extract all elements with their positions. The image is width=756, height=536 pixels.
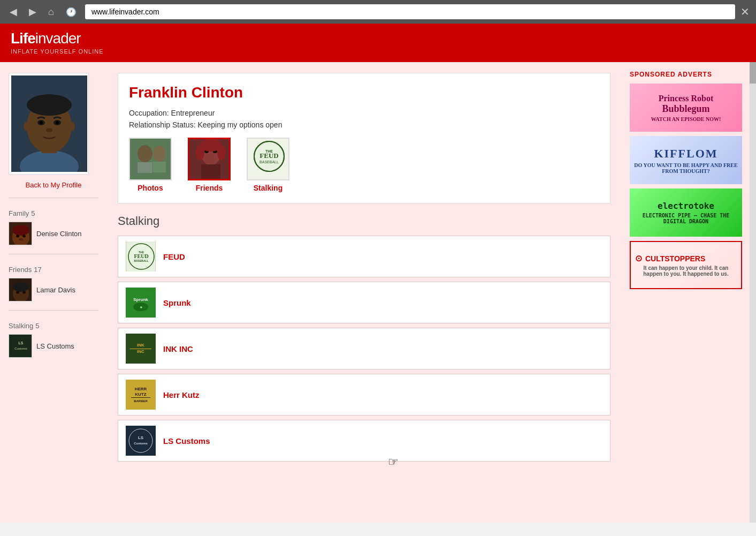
tab-stalking[interactable]: THE FEUD BASEBALL Stalking <box>247 138 289 192</box>
profile-card: Franklin Clinton Occupation: Entrepreneu… <box>118 73 610 203</box>
ad-electrotoke-main: electrotoke <box>630 201 742 211</box>
left-sidebar: Back to My Profile Family 5 <box>0 62 107 523</box>
sidebar-divider-2 <box>9 254 98 254</box>
stalking-title: Stalking <box>118 214 610 228</box>
site-logo: Lifeinvader <box>11 30 745 47</box>
ad-kifflom-main: KIFFLOM <box>630 147 742 161</box>
stalk-item-herr[interactable]: HERR KUTZ BARBER Herr Kutz <box>118 374 610 416</box>
ad-cultstoppers-main: CULTSTOPPERS <box>645 254 705 263</box>
ad-electrotoke[interactable]: electrotoke ELECTRONIC PIPE — CHASE THE … <box>630 188 742 237</box>
ad-princess-sub: WATCH AN EPISODE NOW! <box>651 116 721 122</box>
cultstoppers-icon: ⊙ <box>635 253 642 263</box>
svg-point-7 <box>40 121 43 124</box>
svg-point-29 <box>153 146 166 162</box>
tab-photos[interactable]: Photos <box>129 138 172 192</box>
stalk-name-feud: FEUD <box>163 252 185 261</box>
ad-cultstoppers[interactable]: ⊙ CULTSTOPPERS It can happen to your chi… <box>630 241 742 289</box>
photos-thumb-svg <box>130 138 171 180</box>
stalking-thumb-svg: THE FEUD BASEBALL <box>248 138 288 180</box>
lscustoms-avatar-svg: LS Customs <box>9 335 32 358</box>
stalk-name-sprunk: Sprunk <box>163 298 191 307</box>
svg-point-27 <box>138 145 152 162</box>
svg-rect-23 <box>9 335 32 358</box>
site-tagline: INFLATE YOURSELF ONLINE <box>11 48 745 55</box>
friends-member-name: Lamar Davis <box>36 286 75 294</box>
svg-point-11 <box>68 122 75 131</box>
svg-point-10 <box>24 122 30 131</box>
sprunk-logo-svg: Sprunk ★ <box>126 288 156 318</box>
stalk-item-feud[interactable]: THE FEUD BASEBALL FEUD <box>118 236 610 277</box>
svg-text:HERR: HERR <box>135 387 147 391</box>
svg-point-21 <box>16 291 19 294</box>
scrollbar[interactable] <box>750 62 756 523</box>
sprunk-logo: Sprunk ★ <box>126 288 156 318</box>
svg-rect-28 <box>138 162 152 173</box>
ads-title: SPONSORED ADVERTS <box>630 71 741 78</box>
sidebar-family-section: Family 5 Denise Clinton <box>9 209 98 245</box>
svg-point-9 <box>46 128 52 132</box>
scrollbar-thumb[interactable] <box>750 62 756 84</box>
main-content: Franklin Clinton Occupation: Entrepreneu… <box>107 62 621 523</box>
svg-point-64 <box>129 429 152 452</box>
close-button[interactable]: ✕ <box>740 5 750 18</box>
herr-logo-svg: HERR KUTZ BARBER <box>126 380 156 410</box>
stalking-tab-label: Stalking <box>254 184 282 192</box>
svg-text:BASEBALL: BASEBALL <box>259 160 279 164</box>
main-layout: Back to My Profile Family 5 <box>0 62 756 523</box>
back-button[interactable]: ◀ <box>6 5 20 19</box>
svg-text:FEUD: FEUD <box>259 152 278 160</box>
herr-logo: HERR KUTZ BARBER <box>126 380 156 410</box>
sidebar-friends-section: Friends 17 Lamar Davis <box>9 265 98 301</box>
svg-rect-30 <box>153 162 166 172</box>
svg-text:INC: INC <box>137 349 144 354</box>
stalk-item-sprunk[interactable]: Sprunk ★ Sprunk <box>118 282 610 323</box>
history-button[interactable]: 🕐 <box>63 6 80 18</box>
ad-kifflom-sub: DO YOU WANT TO BE HAPPY AND FREE FROM TH… <box>630 162 742 174</box>
svg-text:INK: INK <box>137 343 144 348</box>
address-bar[interactable] <box>85 4 735 19</box>
stalking-section-title: Stalking 5 <box>9 321 98 330</box>
stalk-item-lsc[interactable]: LS Customs LS Customs <box>118 420 610 462</box>
lscustoms-avatar: LS Customs <box>9 334 32 358</box>
denise-avatar <box>9 222 32 245</box>
friends-member-item[interactable]: Lamar Davis <box>9 278 98 301</box>
svg-point-22 <box>22 291 26 294</box>
sidebar-divider-1 <box>9 198 98 198</box>
svg-point-14 <box>12 225 29 236</box>
forward-button[interactable]: ▶ <box>26 5 40 19</box>
stalk-name-ink: INK INC <box>163 344 193 353</box>
profile-occupation: Occupation: Entrepreneur <box>129 109 599 117</box>
friends-section-title: Friends 17 <box>9 265 98 274</box>
stalking-member-name: LS Customs <box>36 342 74 350</box>
svg-rect-33 <box>201 164 220 180</box>
tab-friends[interactable]: Friends <box>188 138 231 192</box>
family-member-item[interactable]: Denise Clinton <box>9 222 98 245</box>
ad-kifflom[interactable]: KIFFLOM DO YOU WANT TO BE HAPPY AND FREE… <box>630 136 742 184</box>
home-button[interactable]: ⌂ <box>45 5 57 19</box>
lsc-logo-svg: LS Customs <box>126 426 156 456</box>
svg-text:KUTZ: KUTZ <box>135 392 146 397</box>
ad-princess-robot[interactable]: Princess Robot Bubblegum WATCH AN EPISOD… <box>630 84 742 132</box>
profile-tabs: Photos <box>129 138 599 192</box>
lamar-avatar <box>9 278 32 301</box>
profile-photo-container <box>9 73 89 175</box>
svg-point-37 <box>196 145 204 160</box>
svg-text:FEUD: FEUD <box>134 253 148 259</box>
svg-point-16 <box>22 235 26 238</box>
site-header: Lifeinvader INFLATE YOURSELF ONLINE <box>0 24 756 62</box>
denise-avatar-svg <box>9 222 32 245</box>
stalking-member-item[interactable]: LS Customs LS Customs <box>9 334 98 358</box>
stalk-name-herr: Herr Kutz <box>163 390 200 399</box>
svg-point-20 <box>13 282 29 292</box>
svg-text:Sprunk: Sprunk <box>133 297 148 302</box>
profile-photo <box>11 76 87 172</box>
back-to-profile-link[interactable]: Back to My Profile <box>9 181 98 189</box>
svg-text:Customs: Customs <box>134 442 148 445</box>
svg-text:BARBER: BARBER <box>134 399 148 403</box>
ad-princess-main: Princess Robot <box>651 94 721 103</box>
profile-avatar-svg <box>11 76 87 172</box>
ad-cultstoppers-sub: It can happen to your child. It can happ… <box>635 265 737 277</box>
friends-tab-label: Friends <box>196 184 223 192</box>
stalk-item-ink[interactable]: INK INC INK INC <box>118 328 610 369</box>
lsc-logo: LS Customs <box>126 426 156 456</box>
